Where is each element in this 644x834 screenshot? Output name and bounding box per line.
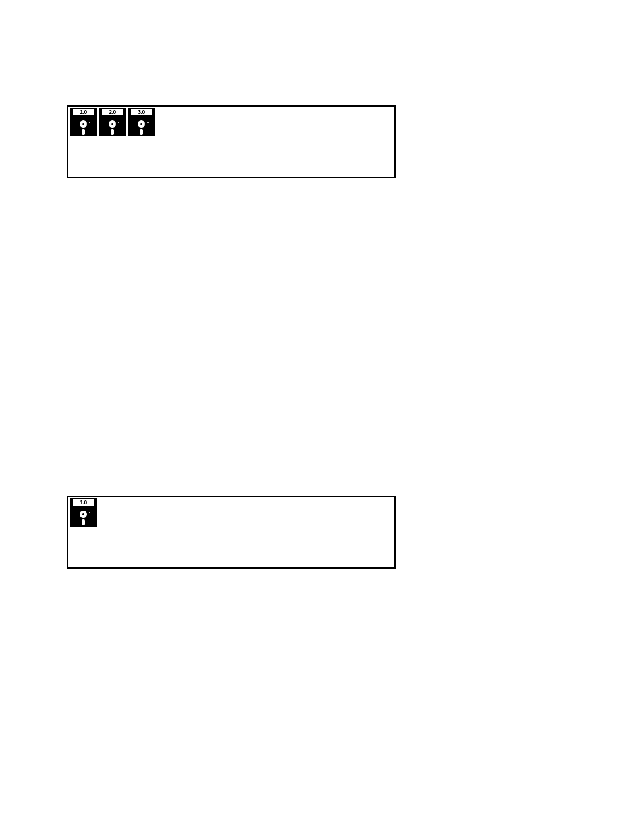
disk-label: 3.0: [131, 109, 152, 115]
disk-label: 2.0: [102, 109, 123, 115]
floppy-disk-icon[interactable]: 1.0: [70, 498, 97, 527]
disk-label: 1.0: [73, 499, 94, 506]
upper-panel: 1.0 2.0 3.0: [67, 105, 396, 178]
floppy-disk-icon[interactable]: 2.0: [99, 108, 126, 136]
disk-label: 1.0: [73, 109, 94, 115]
floppy-disk-icon[interactable]: 1.0: [70, 108, 97, 136]
lower-panel: 1.0: [67, 496, 396, 569]
floppy-disk-icon[interactable]: 3.0: [128, 108, 155, 136]
